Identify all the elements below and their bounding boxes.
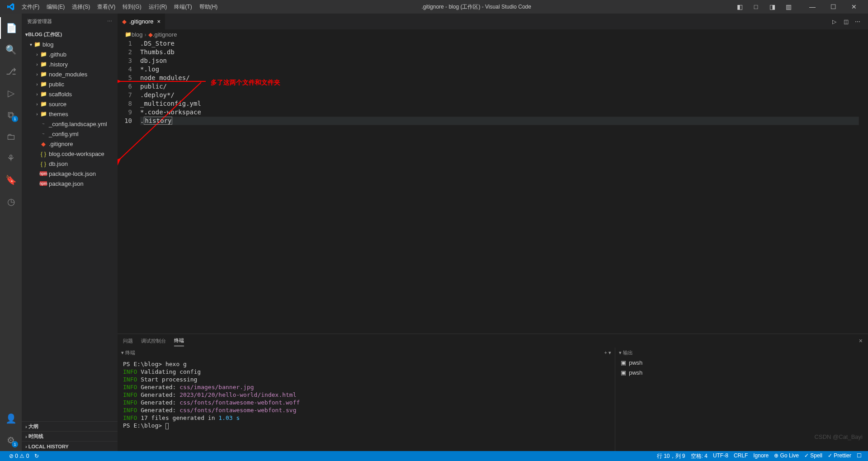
status-item[interactable]: UTF-8 (710, 452, 731, 460)
split-editor-icon[interactable]: ◫ (840, 19, 852, 25)
tree-item[interactable]: ▾📁blog (22, 39, 118, 49)
panel-tab[interactable]: 终端 (174, 335, 184, 346)
activity-bar: 📄 🔍 ⎇ ▷ ⧉1 🗀 ⚘ 🔖 ◷ 👤 ⚙1 (0, 14, 22, 451)
terminal-icon: ▣ (621, 359, 626, 366)
chevron-down-icon[interactable]: ▾ (121, 350, 124, 355)
status-item[interactable]: ⊕ Go Live (771, 452, 802, 460)
testing-icon[interactable]: ⚘ (0, 147, 22, 169)
search-icon[interactable]: 🔍 (0, 39, 22, 61)
editor-area: ◆ .gitignore × ▷ ◫ ⋯ 📁 blog › ◆ .gitigno… (118, 14, 868, 451)
settings-gear-icon[interactable]: ⚙1 (0, 429, 22, 451)
layout-sidebar-right-icon[interactable]: ◨ (764, 0, 780, 14)
terminal[interactable]: PS E:\blog> hexo gINFO Validating config… (118, 358, 615, 451)
bookmarks-icon[interactable]: 🔖 (0, 169, 22, 191)
npm-icon: npm (40, 181, 47, 186)
layout-customize-icon[interactable]: ▥ (780, 0, 797, 14)
status-item[interactable]: 行 10，列 9 (654, 452, 688, 460)
layout-controls[interactable]: ◧ □ ◨ ▥ (731, 0, 797, 14)
tab-gitignore[interactable]: ◆ .gitignore × (118, 14, 165, 29)
tree-item[interactable]: npmpackage-lock.json (22, 169, 118, 179)
vscode-logo-icon (7, 3, 14, 10)
tree-item[interactable]: ›📁scaffolds (22, 89, 118, 99)
run-icon[interactable]: ▷ (828, 19, 840, 25)
close-button[interactable]: ✕ (844, 0, 864, 14)
git-icon: ◆ (122, 18, 127, 25)
panel-close-icon[interactable]: × (859, 337, 863, 344)
titlebar: 文件(F)编辑(E)选择(S)查看(V)转到(G)运行(R)终端(T)帮助(H)… (0, 0, 868, 14)
menu-item[interactable]: 帮助(H) (196, 0, 222, 14)
terminal-icon: ▣ (621, 369, 626, 376)
menu-item[interactable]: 转到(G) (119, 0, 145, 14)
run-debug-icon[interactable]: ▷ (0, 82, 22, 104)
json-icon: { } (40, 160, 47, 167)
layout-sidebar-left-icon[interactable]: ◧ (731, 0, 748, 14)
tree-item[interactable]: { }db.json (22, 159, 118, 169)
breadcrumb[interactable]: 📁 blog › ◆ .gitignore (118, 29, 868, 39)
folder-pub-icon: 📁 (40, 81, 47, 87)
sidebar-section[interactable]: › 时间线 (22, 431, 118, 441)
tab-label: .gitignore (129, 18, 153, 25)
minimize-button[interactable]: — (802, 0, 823, 14)
sidebar-section[interactable]: › 大纲 (22, 421, 118, 431)
status-item[interactable]: 空格: 4 (688, 452, 710, 460)
menu-item[interactable]: 终端(T) (170, 0, 195, 14)
tree-item[interactable]: ›📁node_modules (22, 69, 118, 79)
sidebar-section[interactable]: › LOCAL HISTORY (22, 441, 118, 451)
menu-item[interactable]: 文件(F) (18, 0, 43, 14)
json-icon: { } (40, 151, 47, 157)
yml-icon: ~ (40, 122, 47, 126)
sidebar-more-icon[interactable]: ⋯ (107, 19, 112, 24)
menu-item[interactable]: 查看(V) (94, 0, 119, 14)
editor-tabs: ◆ .gitignore × ▷ ◫ ⋯ (118, 14, 868, 29)
menu-item[interactable]: 运行(R) (145, 0, 171, 14)
more-actions-icon[interactable]: ⋯ (852, 19, 863, 25)
folder-icon: 📁 (33, 41, 41, 47)
yml-icon: ~ (40, 132, 47, 136)
status-item[interactable]: ⊘ 0 ⚠ 0 (6, 453, 32, 459)
tree-item[interactable]: ›📁.github (22, 49, 118, 59)
tree-item[interactable]: ◆.gitignore (22, 139, 118, 149)
tree-item[interactable]: ›📁public (22, 79, 118, 89)
maximize-button[interactable]: ☐ (823, 0, 844, 14)
tree-item[interactable]: ›📁source (22, 99, 118, 109)
tree-item[interactable]: { }blog.code-workspace (22, 149, 118, 159)
panel-tab[interactable]: 调试控制台 (141, 336, 166, 346)
folder-icon: 📁 (40, 61, 47, 67)
accounts-icon[interactable]: 👤 (0, 408, 22, 429)
editor[interactable]: 12345678910 .DS_StoreThumbs.dbdb.json*.l… (118, 39, 868, 334)
new-terminal-icon[interactable]: + (604, 350, 607, 355)
status-item[interactable]: ✓ Prettier (825, 452, 854, 460)
status-item[interactable]: ↻ (32, 453, 42, 459)
live-share-icon[interactable]: ◷ (0, 191, 22, 212)
terminal-list-item[interactable]: ▣pwsh (615, 367, 868, 377)
status-item[interactable]: Ignore (750, 452, 771, 460)
folder-gh-icon: 📁 (40, 51, 47, 57)
folder-nm-icon: 📁 (40, 71, 47, 77)
source-control-icon[interactable]: ⎇ (0, 61, 22, 82)
status-item[interactable]: ☐ (854, 452, 864, 460)
extensions-icon[interactable]: ⧉1 (0, 104, 22, 126)
panel-tab[interactable]: 问题 (123, 336, 133, 346)
menu-item[interactable]: 编辑(E) (43, 0, 68, 14)
remote-explorer-icon[interactable]: 🗀 (0, 126, 22, 147)
window-title: .gitignore - blog (工作区) - Visual Studio … (221, 3, 731, 11)
terminal-list-item[interactable]: ▣pwsh (615, 358, 868, 367)
tree-item[interactable]: ~_config.landscape.yml (22, 119, 118, 129)
status-item[interactable]: CRLF (731, 452, 750, 460)
workspace-label: BLOG (工作区) (28, 31, 62, 38)
tab-close-icon[interactable]: × (157, 18, 160, 25)
tree-item[interactable]: ›📁themes (22, 109, 118, 119)
terminal-dropdown-icon[interactable]: ▾ (609, 350, 611, 355)
npm-icon: npm (40, 171, 47, 176)
tree-item[interactable]: npmpackage.json (22, 179, 118, 188)
folder-src-icon: 📁 (40, 101, 47, 107)
tree-item[interactable]: ~_config.yml (22, 129, 118, 139)
menu-item[interactable]: 选择(S) (68, 0, 94, 14)
sidebar-title: 资源管理器 (27, 18, 52, 25)
tree-item[interactable]: ›📁.history (22, 59, 118, 69)
status-item[interactable]: ✓ Spell (802, 452, 825, 460)
folder-icon: 📁 (40, 111, 47, 117)
layout-panel-icon[interactable]: □ (748, 0, 764, 14)
statusbar: ⊘ 0 ⚠ 0↻ 行 10，列 9空格: 4UTF-8CRLFIgnore⊕ G… (0, 451, 868, 461)
explorer-icon[interactable]: 📄 (0, 17, 22, 39)
